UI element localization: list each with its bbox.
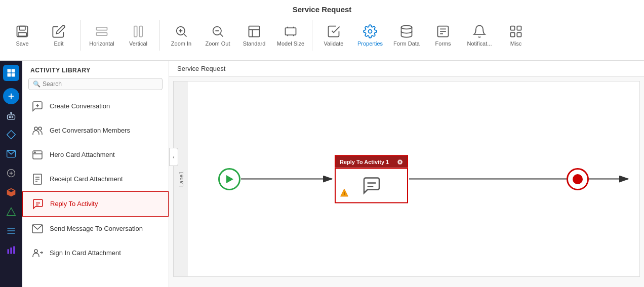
send-message-icon xyxy=(30,222,45,236)
create-conversation-icon xyxy=(30,99,45,113)
forms-icon xyxy=(436,24,450,38)
svg-rect-49 xyxy=(10,248,12,254)
end-node xyxy=(567,168,589,190)
form-data-button[interactable]: Form Data xyxy=(389,15,424,56)
svg-rect-3 xyxy=(97,27,107,30)
activity-node-chat-icon xyxy=(361,175,382,195)
forms-button[interactable]: Forms xyxy=(426,15,460,56)
collapse-sidebar-button[interactable]: ‹ xyxy=(169,148,178,166)
activity-item-get-conversation-members[interactable]: Get Conversation Members xyxy=(22,118,169,143)
model-size-button[interactable]: Model Size xyxy=(273,15,308,56)
activity-item-send-message[interactable]: Send Message To Conversation xyxy=(22,217,169,241)
activity-item-create-conversation[interactable]: Create Conversation xyxy=(22,94,169,118)
svg-rect-5 xyxy=(134,26,137,36)
canvas-area: Service Request Lane1 xyxy=(169,61,644,287)
misc-label: Misc xyxy=(510,40,522,47)
edit-label: Edit xyxy=(54,40,64,47)
apps-icon[interactable] xyxy=(3,65,19,81)
search-icon: 🔍 xyxy=(33,80,41,88)
standard-label: Standard xyxy=(243,40,266,47)
nav-bar-icon[interactable] xyxy=(3,242,19,258)
svg-rect-2 xyxy=(18,32,26,36)
svg-rect-4 xyxy=(97,32,107,35)
edit-button[interactable]: Edit xyxy=(42,15,76,56)
validate-label: Validate xyxy=(324,40,344,47)
activity-node-body: ! xyxy=(335,168,408,203)
svg-marker-44 xyxy=(7,208,16,216)
misc-button[interactable]: Misc xyxy=(499,15,533,56)
standard-icon xyxy=(247,24,261,38)
flow-activity-node[interactable]: Reply To Activity 1 ⚙ ! xyxy=(335,155,408,203)
activity-list: Create Conversation Get Conversation Mem… xyxy=(22,94,169,287)
nav-robot-icon[interactable] xyxy=(3,107,19,124)
toolbar-title: Service Request xyxy=(293,5,352,14)
properties-button[interactable]: Properties xyxy=(353,15,387,56)
nav-list-icon[interactable] xyxy=(3,223,19,239)
sign-in-card-icon xyxy=(30,246,45,260)
svg-rect-31 xyxy=(12,73,15,77)
svg-rect-48 xyxy=(8,249,9,254)
standard-button[interactable]: Standard xyxy=(237,15,271,56)
lane-label: Lane1 xyxy=(174,81,188,276)
activity-node-gear[interactable]: ⚙ xyxy=(397,158,403,166)
activity-node-title: Reply To Activity 1 xyxy=(340,159,389,165)
activity-item-hero-card-attachment[interactable]: Hero Card Attachment xyxy=(22,143,169,167)
svg-rect-30 xyxy=(8,73,11,77)
model-size-icon xyxy=(284,24,298,38)
activity-item-reply-to-activity[interactable]: Reply To Activity xyxy=(22,191,169,217)
zoom-in-label: Zoom In xyxy=(171,40,191,47)
zoom-out-label: Zoom Out xyxy=(206,40,230,47)
nav-add-icon[interactable] xyxy=(3,88,19,104)
sign-in-card-label: Sign In Card Attachment xyxy=(50,249,121,258)
form-data-icon xyxy=(399,24,414,38)
lane-container: Lane1 xyxy=(173,81,640,277)
svg-text:!: ! xyxy=(344,191,345,196)
svg-line-13 xyxy=(220,34,223,36)
save-button[interactable]: Save xyxy=(5,15,39,56)
vertical-button[interactable]: Vertical xyxy=(121,15,155,56)
notifications-button[interactable]: Notificat... xyxy=(462,15,497,56)
validate-button[interactable]: Validate xyxy=(316,15,351,56)
zoom-out-button[interactable]: Zoom Out xyxy=(200,15,235,56)
svg-rect-34 xyxy=(8,115,15,119)
form-data-label: Form Data xyxy=(393,40,420,47)
svg-rect-27 xyxy=(517,32,521,36)
horizontal-label: Horizontal xyxy=(89,40,114,47)
nav-diamond-icon[interactable] xyxy=(3,127,19,143)
svg-rect-14 xyxy=(249,26,260,36)
svg-point-65 xyxy=(34,250,37,253)
nav-office-icon[interactable] xyxy=(3,184,19,200)
activity-item-sign-in-card[interactable]: Sign In Card Attachment xyxy=(22,241,169,265)
end-node-inner xyxy=(573,174,583,184)
separator-2 xyxy=(159,20,160,51)
svg-rect-26 xyxy=(511,32,515,36)
svg-rect-50 xyxy=(13,247,15,254)
properties-label: Properties xyxy=(357,40,383,47)
activity-item-receipt-card-attachment[interactable]: Receipt Card Attachment xyxy=(22,167,169,191)
reply-to-activity-label: Reply To Activity xyxy=(50,200,98,209)
svg-point-36 xyxy=(12,116,13,118)
separator-1 xyxy=(80,20,80,51)
send-message-label: Send Message To Conversation xyxy=(50,225,143,233)
receipt-card-label: Receipt Card Attachment xyxy=(50,175,123,184)
activity-library-header: ACTIVITY LIBRARY xyxy=(22,61,169,78)
zoom-in-button[interactable]: Zoom In xyxy=(164,15,198,56)
svg-rect-29 xyxy=(12,69,15,73)
svg-point-53 xyxy=(34,127,37,130)
horizontal-button[interactable]: Horizontal xyxy=(85,15,119,56)
model-size-label: Model Size xyxy=(277,40,304,47)
nav-email-icon[interactable] xyxy=(3,146,19,162)
play-icon xyxy=(226,175,233,183)
svg-point-18 xyxy=(369,29,372,33)
nav-drive-icon[interactable] xyxy=(3,203,19,220)
forms-label: Forms xyxy=(435,40,451,47)
start-node[interactable] xyxy=(218,168,240,190)
horizontal-icon xyxy=(95,24,109,38)
validate-icon xyxy=(327,24,341,38)
svg-marker-40 xyxy=(7,131,16,139)
search-box[interactable]: 🔍 xyxy=(28,78,163,90)
search-input[interactable] xyxy=(43,80,158,88)
nav-circle-icon[interactable] xyxy=(3,165,19,181)
create-conversation-label: Create Conversation xyxy=(50,102,110,111)
reply-to-activity-icon xyxy=(31,197,45,211)
